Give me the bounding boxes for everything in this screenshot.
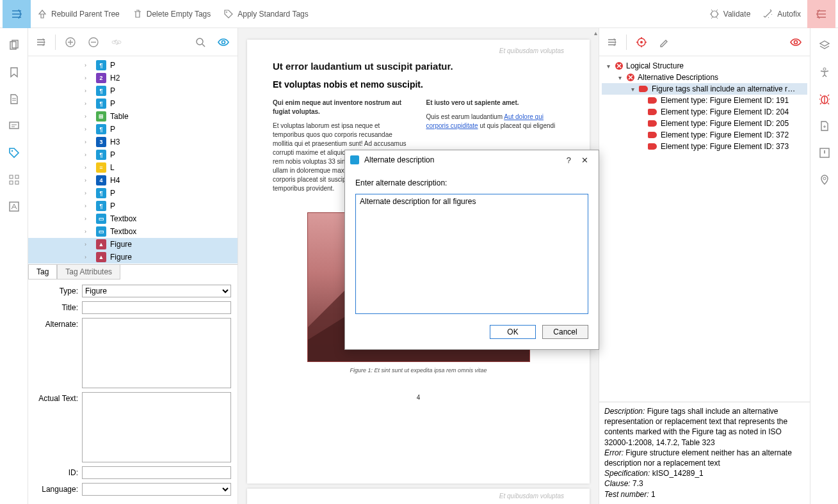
caret-icon[interactable]: ›: [85, 241, 86, 248]
caret-icon[interactable]: ›: [85, 216, 86, 222]
issue-element-label: Element type: Figure Element ID: 205: [661, 119, 789, 128]
add-icon[interactable]: [62, 34, 79, 51]
edit-icon[interactable]: [656, 35, 672, 50]
l-tag-icon: ≡: [96, 162, 106, 173]
tree-item-table[interactable]: ›⊞Table: [28, 110, 238, 123]
rebuild-parent-tree[interactable]: Rebuild Parent Tree: [31, 0, 126, 28]
caret-icon[interactable]: ›: [85, 177, 86, 184]
link-icon[interactable]: [108, 34, 125, 51]
issues-tree[interactable]: ▾ Logical Structure ▾ Alternative Descri…: [599, 56, 810, 402]
validate-button[interactable]: Validate: [703, 0, 757, 28]
id-input[interactable]: [82, 466, 231, 479]
eye-icon[interactable]: [214, 33, 232, 51]
tab-tag[interactable]: Tag: [28, 265, 57, 280]
comment-icon[interactable]: [8, 120, 20, 132]
caret-icon[interactable]: ›: [85, 75, 86, 81]
target-icon[interactable]: [633, 34, 650, 51]
trash-icon: [133, 9, 143, 19]
collapse-issues-icon[interactable]: [604, 35, 620, 50]
issue-element[interactable]: Element type: Figure Element ID: 372: [602, 129, 807, 141]
caret-icon[interactable]: ›: [85, 113, 86, 120]
tree-item-p[interactable]: ›¶P: [28, 187, 238, 200]
tab-attributes[interactable]: Tag Attributes: [57, 265, 120, 280]
issue-root[interactable]: ▾ Logical Structure: [602, 60, 807, 72]
tree-item-figure[interactable]: ›▲Figure: [28, 251, 238, 264]
tree-item-h2[interactable]: ›2H2: [28, 72, 238, 84]
alternate-description-textarea[interactable]: [355, 194, 588, 314]
issue-element[interactable]: Element type: Figure Element ID: 204: [602, 106, 807, 118]
tree-item-p[interactable]: ›¶P: [28, 148, 238, 161]
close-button[interactable]: ✕: [576, 153, 593, 168]
caret-icon[interactable]: ›: [85, 228, 86, 235]
layers-icon[interactable]: [819, 40, 830, 51]
remove-icon[interactable]: [85, 34, 102, 51]
ok-button[interactable]: OK: [490, 325, 536, 339]
doc-plus-icon[interactable]: [819, 120, 830, 132]
tree-item-p[interactable]: ›¶P: [28, 97, 238, 110]
caret-icon[interactable]: ›: [85, 139, 86, 145]
title-input[interactable]: [82, 301, 231, 314]
tree-item-p[interactable]: ›¶P: [28, 264, 238, 264]
eye-red-icon[interactable]: [787, 33, 805, 51]
actualtext-textarea[interactable]: [82, 392, 231, 462]
caret-icon[interactable]: ›: [85, 203, 86, 209]
grid-icon[interactable]: [8, 174, 20, 185]
page-icon[interactable]: [8, 93, 20, 105]
caret-icon[interactable]: ›: [85, 152, 86, 158]
tree-item-p[interactable]: ›¶P: [28, 200, 238, 212]
doc-figcaption: Figure 1: Et sint sunt ut expedita ipsa …: [273, 367, 564, 374]
issue-rule[interactable]: ▾ Figure tags shall include an alternati…: [602, 83, 807, 95]
tree-item-p[interactable]: ›¶P: [28, 59, 238, 72]
bug-red-icon[interactable]: [819, 93, 830, 105]
scroll-up-icon[interactable]: ▴: [594, 29, 597, 36]
tree-item-h4[interactable]: ›4H4: [28, 174, 238, 187]
autofix-button[interactable]: Autofix: [757, 0, 807, 28]
issue-element[interactable]: Element type: Figure Element ID: 191: [602, 95, 807, 106]
panel-toggle-left[interactable]: [3, 0, 31, 28]
caret-icon[interactable]: ›: [85, 100, 86, 107]
tree-item-p[interactable]: ›¶P: [28, 123, 238, 136]
tag-tree[interactable]: ›¶P›2H2›¶P›¶P›⊞Table›¶P›3H3›¶P›≡L›4H4›¶P…: [28, 56, 238, 264]
error-icon: [626, 73, 635, 82]
panel-toggle-right[interactable]: [807, 0, 835, 28]
fig-tag-icon: ▲: [96, 252, 106, 262]
alternate-textarea[interactable]: [82, 318, 231, 388]
tree-item-l[interactable]: ›≡L: [28, 161, 238, 174]
language-select[interactable]: [82, 483, 231, 496]
tree-item-textbox[interactable]: ›▭Textbox: [28, 225, 238, 238]
search-icon[interactable]: [193, 35, 208, 50]
accessibility-icon[interactable]: [819, 67, 830, 78]
location-icon[interactable]: [819, 174, 830, 185]
element-tag-icon: [648, 143, 657, 150]
cancel-button[interactable]: Cancel: [542, 325, 588, 339]
warning-icon[interactable]: [819, 147, 830, 159]
doc-pagenum: 4: [273, 394, 564, 401]
language-label: Language:: [35, 483, 78, 494]
delete-empty-tags[interactable]: Delete Empty Tags: [126, 0, 218, 28]
issue-element[interactable]: Element type: Figure Element ID: 205: [602, 118, 807, 129]
caret-icon[interactable]: ›: [85, 126, 86, 132]
text-icon[interactable]: [8, 201, 20, 212]
caret-icon[interactable]: ›: [85, 62, 86, 68]
tags-icon[interactable]: [8, 147, 20, 159]
bookmark-icon[interactable]: [8, 67, 20, 78]
copy-icon[interactable]: [8, 40, 20, 51]
tree-item-textbox[interactable]: ›▭Textbox: [28, 212, 238, 225]
tbl-tag-icon: ⊞: [96, 111, 106, 122]
caret-icon[interactable]: ›: [85, 164, 86, 171]
type-select[interactable]: Figure: [82, 285, 231, 297]
issue-element[interactable]: Element type: Figure Element ID: 373: [602, 141, 807, 152]
dialog-label: Enter alternate description:: [355, 178, 588, 187]
tree-item-h3[interactable]: ›3H3: [28, 136, 238, 148]
tree-item-figure[interactable]: ›▲Figure: [28, 238, 238, 251]
collapse-tree-icon[interactable]: [33, 35, 49, 50]
svg-rect-7: [15, 175, 19, 178]
caret-icon[interactable]: ›: [85, 254, 86, 260]
issue-category[interactable]: ▾ Alternative Descriptions: [602, 72, 807, 83]
help-button[interactable]: ?: [561, 153, 576, 168]
apply-standard-tags[interactable]: Apply Standard Tags: [217, 0, 315, 28]
caret-icon[interactable]: ›: [85, 190, 86, 196]
tree-item-label: P: [110, 189, 115, 198]
caret-icon[interactable]: ›: [85, 88, 86, 94]
tree-item-p[interactable]: ›¶P: [28, 84, 238, 97]
